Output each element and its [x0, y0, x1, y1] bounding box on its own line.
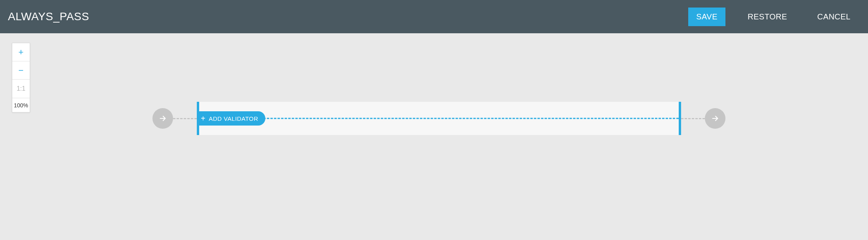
zoom-in-button[interactable]: + — [12, 43, 30, 61]
zoom-control: + − 1:1 100% — [12, 43, 30, 112]
zoom-out-button[interactable]: − — [12, 61, 30, 80]
plus-icon: + — [201, 114, 206, 122]
restore-button[interactable]: RESTORE — [740, 8, 795, 26]
editor-canvas: + − 1:1 100% + ADD VALIDATOR — [0, 33, 868, 240]
add-validator-label: ADD VALIDATOR — [209, 115, 258, 122]
stage-dash-line — [199, 118, 679, 119]
zoom-reset-button[interactable]: 1:1 — [12, 80, 30, 98]
arrow-right-icon — [158, 114, 167, 123]
validator-stage: + ADD VALIDATOR — [197, 102, 681, 135]
ratio-label: 1:1 — [17, 85, 25, 92]
header-actions: SAVE RESTORE CANCEL — [688, 8, 858, 26]
page-title: ALWAYS_PASS — [8, 10, 89, 23]
flow-connector — [681, 118, 705, 119]
save-button[interactable]: SAVE — [688, 8, 725, 26]
plus-icon: + — [19, 47, 24, 57]
flow-diagram: + ADD VALIDATOR — [152, 101, 725, 136]
flow-connector — [173, 118, 197, 119]
cancel-button[interactable]: CANCEL — [809, 8, 858, 26]
minus-icon: − — [19, 65, 24, 76]
add-validator-button[interactable]: + ADD VALIDATOR — [197, 111, 265, 126]
flow-end-node[interactable] — [705, 108, 725, 129]
arrow-right-icon — [711, 114, 720, 123]
flow-start-node[interactable] — [152, 108, 173, 129]
header-bar: ALWAYS_PASS SAVE RESTORE CANCEL — [0, 0, 868, 33]
zoom-level-label: 100% — [12, 98, 30, 112]
